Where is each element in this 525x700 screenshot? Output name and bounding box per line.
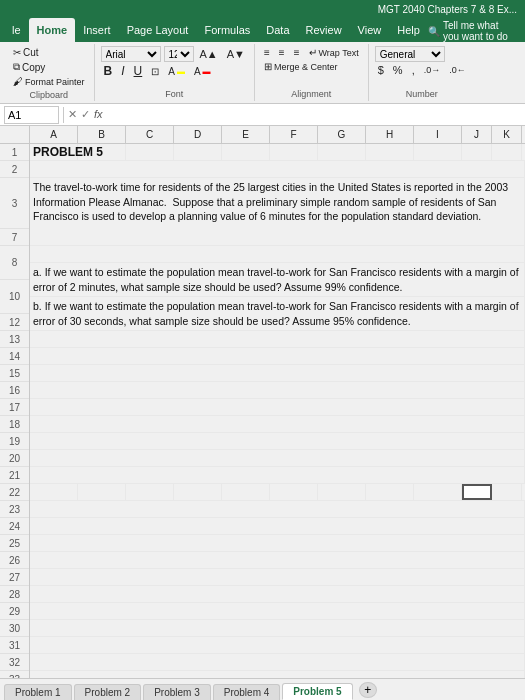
cell-k21[interactable]: [492, 484, 522, 500]
bold-button[interactable]: B: [101, 63, 116, 79]
row-header-25[interactable]: 25: [0, 535, 29, 552]
comma-button[interactable]: ,: [409, 63, 418, 77]
cell-a22[interactable]: [30, 501, 525, 517]
row-header-3to6[interactable]: 3: [0, 178, 29, 229]
confirm-formula-icon[interactable]: ✓: [81, 108, 90, 121]
cell-a15[interactable]: [30, 382, 525, 398]
row-header-2[interactable]: 2: [0, 161, 29, 178]
cell-j21[interactable]: [462, 484, 492, 500]
cell-a30[interactable]: [30, 637, 525, 653]
cell-f21[interactable]: [270, 484, 318, 500]
row-header-31[interactable]: 31: [0, 637, 29, 654]
cell-a17[interactable]: [30, 416, 525, 432]
cell-h1[interactable]: [366, 144, 414, 160]
font-color-button[interactable]: A▬: [191, 65, 214, 78]
row-header-15[interactable]: 15: [0, 365, 29, 382]
align-right-button[interactable]: ≡: [291, 46, 303, 59]
cell-a13[interactable]: [30, 348, 525, 364]
tell-me-text[interactable]: Tell me what you want to do: [443, 20, 517, 42]
wrap-text-button[interactable]: ↵ Wrap Text: [306, 46, 362, 59]
tab-insert[interactable]: Insert: [75, 18, 119, 42]
cell-a29[interactable]: [30, 620, 525, 636]
cell-i1[interactable]: [414, 144, 462, 160]
row-header-13[interactable]: 13: [0, 331, 29, 348]
row-header-28[interactable]: 28: [0, 586, 29, 603]
cell-a32[interactable]: [30, 671, 525, 678]
row-header-26[interactable]: 26: [0, 552, 29, 569]
cell-e1[interactable]: [222, 144, 270, 160]
cancel-formula-icon[interactable]: ✕: [68, 108, 77, 121]
cell-a7[interactable]: [30, 246, 525, 262]
sheet-tab-problem2[interactable]: Problem 2: [74, 684, 142, 700]
tab-page-layout[interactable]: Page Layout: [119, 18, 197, 42]
cell-f1[interactable]: [270, 144, 318, 160]
cell-k1[interactable]: [492, 144, 522, 160]
fill-color-button[interactable]: A▬: [165, 65, 188, 78]
row-header-10to11[interactable]: 10: [0, 280, 29, 314]
row-header-21[interactable]: 21: [0, 467, 29, 484]
cell-a25[interactable]: [30, 552, 525, 568]
cell-a19[interactable]: [30, 450, 525, 466]
row-header-12[interactable]: 12: [0, 314, 29, 331]
row-header-24[interactable]: 24: [0, 518, 29, 535]
cell-g21[interactable]: [318, 484, 366, 500]
col-header-c[interactable]: C: [126, 126, 174, 143]
add-sheet-button[interactable]: +: [359, 682, 377, 698]
col-header-j[interactable]: J: [462, 126, 492, 143]
cell-a21[interactable]: [30, 484, 78, 500]
col-header-g[interactable]: G: [318, 126, 366, 143]
col-header-e[interactable]: E: [222, 126, 270, 143]
tab-le[interactable]: le: [4, 18, 29, 42]
cell-a27[interactable]: [30, 586, 525, 602]
formula-input[interactable]: [107, 108, 521, 122]
cell-a31[interactable]: [30, 654, 525, 670]
border-button[interactable]: ⊡: [148, 65, 162, 78]
cell-a12[interactable]: [30, 331, 525, 347]
cell-a8-merged[interactable]: a. If we want to estimate the population…: [30, 263, 525, 296]
decrease-font-button[interactable]: A▼: [224, 47, 248, 61]
increase-decimal-button[interactable]: .0→: [421, 64, 444, 76]
cell-d21[interactable]: [174, 484, 222, 500]
sheet-tab-problem1[interactable]: Problem 1: [4, 684, 72, 700]
row-header-1[interactable]: 1: [0, 144, 29, 161]
font-name-select[interactable]: Arial: [101, 46, 161, 62]
cell-a20[interactable]: [30, 467, 525, 483]
insert-function-icon[interactable]: fx: [94, 108, 103, 121]
col-header-b[interactable]: B: [78, 126, 126, 143]
tab-data[interactable]: Data: [258, 18, 297, 42]
row-header-27[interactable]: 27: [0, 569, 29, 586]
cell-a3-merged[interactable]: The travel-to-work time for residents of…: [30, 178, 525, 245]
col-header-h[interactable]: H: [366, 126, 414, 143]
tab-help[interactable]: Help: [389, 18, 428, 42]
align-center-button[interactable]: ≡: [276, 46, 288, 59]
row-header-14[interactable]: 14: [0, 348, 29, 365]
cell-a26[interactable]: [30, 569, 525, 585]
cell-a1[interactable]: PROBLEM 5: [30, 144, 78, 160]
cell-a24[interactable]: [30, 535, 525, 551]
cell-a16[interactable]: [30, 399, 525, 415]
row-header-18[interactable]: 18: [0, 416, 29, 433]
sheet-tab-problem3[interactable]: Problem 3: [143, 684, 211, 700]
merge-center-button[interactable]: ⊞ Merge & Center: [261, 60, 341, 73]
cell-a10-merged[interactable]: b. If we want to estimate the population…: [30, 297, 525, 330]
tab-formulas[interactable]: Formulas: [196, 18, 258, 42]
row-header-8to9[interactable]: 8: [0, 246, 29, 280]
cut-button[interactable]: ✂ Cut: [10, 46, 42, 59]
col-header-k[interactable]: K: [492, 126, 522, 143]
col-header-f[interactable]: F: [270, 126, 318, 143]
row-header-22[interactable]: 22: [0, 484, 29, 501]
cell-a28[interactable]: [30, 603, 525, 619]
copy-button[interactable]: ⧉ Copy: [10, 60, 48, 74]
cell-b1[interactable]: [78, 144, 126, 160]
cell-e21[interactable]: [222, 484, 270, 500]
increase-font-button[interactable]: A▲: [197, 47, 221, 61]
row-header-29[interactable]: 29: [0, 603, 29, 620]
cell-a14[interactable]: [30, 365, 525, 381]
cell-i21[interactable]: [414, 484, 462, 500]
col-header-i[interactable]: I: [414, 126, 462, 143]
percent-button[interactable]: %: [390, 63, 406, 77]
underline-button[interactable]: U: [131, 63, 146, 79]
cell-h21[interactable]: [366, 484, 414, 500]
tab-view[interactable]: View: [350, 18, 390, 42]
row-header-20[interactable]: 20: [0, 450, 29, 467]
